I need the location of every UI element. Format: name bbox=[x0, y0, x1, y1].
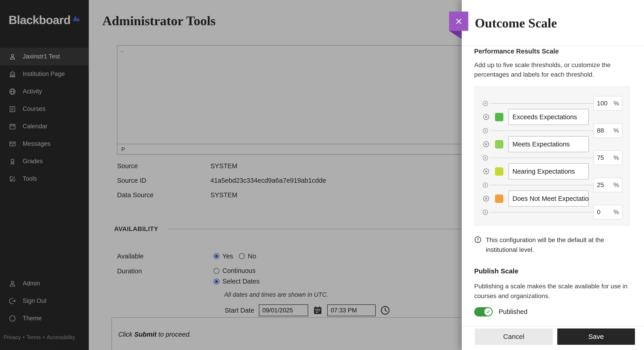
remove-level-icon[interactable] bbox=[483, 114, 490, 120]
remove-level-icon[interactable] bbox=[483, 168, 490, 175]
threshold-connector-line bbox=[491, 103, 594, 104]
threshold-row-1: 100 % bbox=[474, 97, 630, 110]
modal-overlay[interactable] bbox=[0, 0, 462, 350]
threshold-percent-value: 25 bbox=[597, 181, 604, 189]
threshold-percent-input[interactable]: 75 % bbox=[594, 151, 622, 165]
close-button-peel bbox=[449, 31, 462, 39]
info-icon bbox=[474, 236, 482, 243]
percent-unit: % bbox=[614, 100, 619, 107]
save-button[interactable]: Save bbox=[557, 328, 635, 345]
scale-description: Add up to five scale thresholds, or cust… bbox=[474, 60, 622, 79]
panel-footer: Cancel Save bbox=[462, 326, 644, 350]
cancel-button[interactable]: Cancel bbox=[475, 328, 553, 345]
level-color-swatch[interactable] bbox=[495, 194, 504, 203]
threshold-row-4: 25 % bbox=[474, 178, 630, 192]
panel-title: Outcome Scale bbox=[475, 16, 557, 30]
threshold-percent-input[interactable]: 25 % bbox=[594, 178, 622, 192]
add-threshold-icon[interactable] bbox=[482, 128, 488, 134]
add-threshold-icon[interactable] bbox=[482, 155, 488, 161]
threshold-connector-line bbox=[491, 185, 594, 185]
threshold-connector-line bbox=[491, 212, 594, 212]
toggle-knob bbox=[484, 308, 492, 315]
level-label-value: Exceeds Expectations bbox=[512, 113, 577, 121]
level-label-input[interactable]: Meets Expectations bbox=[508, 136, 589, 152]
check-icon bbox=[486, 309, 490, 314]
level-color-swatch[interactable] bbox=[495, 167, 504, 176]
level-label-value: Does Not Meet Expectations bbox=[512, 195, 589, 202]
threshold-percent-input[interactable]: 0 % bbox=[594, 205, 622, 219]
threshold-percent-input[interactable]: 88 % bbox=[594, 123, 622, 138]
published-toggle-row: Published bbox=[474, 307, 630, 316]
published-label: Published bbox=[498, 308, 528, 315]
threshold-percent-value: 88 bbox=[597, 127, 604, 134]
published-toggle[interactable] bbox=[474, 307, 493, 316]
threshold-percent-value: 0 bbox=[597, 209, 600, 216]
scale-level-row-4: Does Not Meet Expectations bbox=[474, 192, 630, 205]
publish-scale-heading: Publish Scale bbox=[474, 267, 630, 275]
threshold-percent-value: 100 bbox=[597, 100, 608, 107]
percent-unit: % bbox=[614, 154, 619, 161]
threshold-percent-input[interactable]: 100 % bbox=[594, 96, 622, 111]
panel-body: Performance Results Scale Add up to five… bbox=[462, 46, 644, 326]
scale-level-row-2: Meets Expectations bbox=[474, 137, 630, 151]
close-button[interactable] bbox=[449, 12, 468, 31]
panel-header: Outcome Scale bbox=[462, 0, 644, 46]
add-threshold-icon[interactable] bbox=[482, 182, 488, 188]
level-label-value: Meets Expectations bbox=[512, 141, 570, 148]
scale-thresholds-card: 100 % Exceeds Expectations 88 % bbox=[474, 86, 630, 226]
threshold-row-2: 88 % bbox=[474, 124, 630, 137]
remove-level-icon[interactable] bbox=[483, 195, 490, 202]
threshold-connector-line bbox=[491, 131, 594, 131]
threshold-percent-value: 75 bbox=[597, 154, 604, 161]
add-threshold-icon[interactable] bbox=[482, 209, 488, 215]
publish-description: Publishing a scale makes the scale avail… bbox=[474, 281, 631, 301]
performance-scale-heading: Performance Results Scale bbox=[474, 47, 630, 56]
level-label-value: Nearing Expectations bbox=[512, 168, 575, 175]
threshold-connector-line bbox=[491, 158, 594, 158]
close-icon bbox=[454, 17, 464, 26]
scale-level-row-3: Nearing Expectations bbox=[474, 165, 630, 178]
info-note-text: This configuration will be the default a… bbox=[486, 235, 619, 255]
remove-level-icon[interactable] bbox=[483, 141, 490, 148]
level-color-swatch[interactable] bbox=[495, 140, 504, 148]
percent-unit: % bbox=[614, 209, 619, 216]
outcome-scale-panel: Outcome Scale Performance Results Scale … bbox=[462, 0, 644, 350]
percent-unit: % bbox=[614, 182, 619, 189]
threshold-row-3: 75 % bbox=[474, 151, 630, 165]
app-root: Blackboard Jaxinstr1 Test Institution Pa… bbox=[0, 0, 644, 350]
level-label-input[interactable]: Does Not Meet Expectations bbox=[508, 191, 589, 206]
level-label-input[interactable]: Exceeds Expectations bbox=[508, 109, 589, 125]
threshold-row-5: 0 % bbox=[474, 205, 630, 219]
add-threshold-icon[interactable] bbox=[482, 100, 488, 107]
default-config-note: This configuration will be the default a… bbox=[474, 235, 630, 255]
level-color-swatch[interactable] bbox=[495, 113, 504, 121]
percent-unit: % bbox=[614, 127, 619, 134]
level-label-input[interactable]: Nearing Expectations bbox=[508, 163, 589, 179]
scale-level-row-1: Exceeds Expectations bbox=[474, 110, 630, 124]
